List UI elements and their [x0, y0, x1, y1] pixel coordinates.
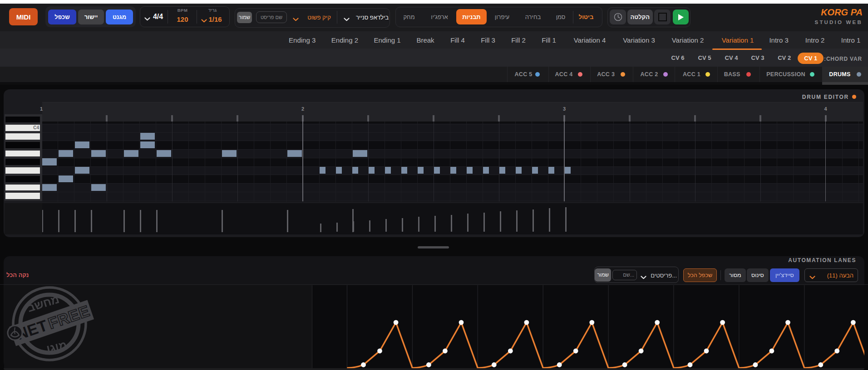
svg-text:מוגן: מוגן — [45, 338, 68, 355]
